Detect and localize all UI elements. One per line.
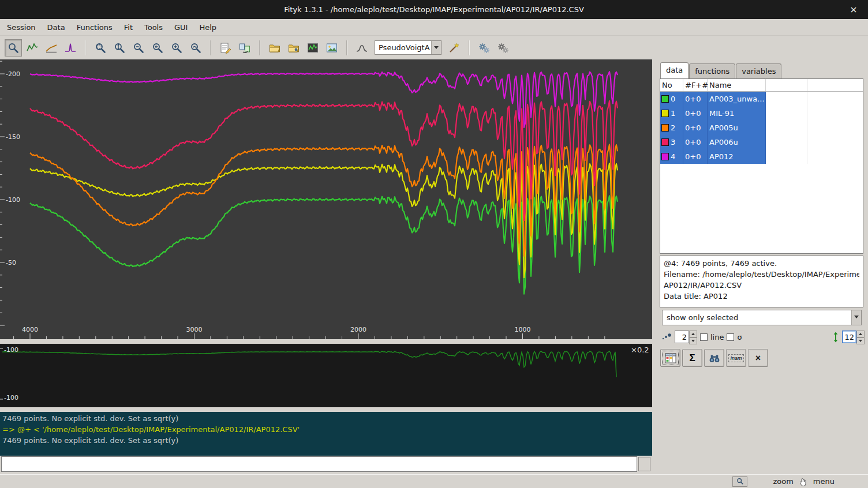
point-size-value[interactable]: 2 (675, 331, 689, 343)
open-data-custom-icon (288, 42, 300, 54)
dataset-color-swatch[interactable] (661, 95, 669, 103)
tab-data[interactable]: data (660, 62, 689, 78)
dataset-row-0[interactable]: 00+0AP003_unwa... (660, 92, 863, 106)
menu-fit[interactable]: Fit (118, 20, 139, 35)
zoom-in-button[interactable] (168, 39, 185, 57)
menu-gui[interactable]: GUI (169, 20, 193, 35)
sum-icon: Σ (689, 352, 695, 364)
point-size-down-button[interactable] (689, 337, 697, 344)
column-header-empty (807, 79, 863, 91)
zoom-all-button[interactable] (92, 39, 109, 57)
fit-wand-button[interactable] (446, 39, 463, 57)
dataset-color-swatch[interactable] (661, 138, 669, 146)
dataset-table-header: No #F+# Name (660, 79, 863, 92)
zoom-all-icon (95, 42, 106, 54)
tab-variables[interactable]: variables (736, 63, 781, 78)
menu-help[interactable]: Help (193, 20, 222, 35)
tab-functions[interactable]: functions (689, 63, 735, 78)
zoom-previous-button[interactable] (149, 39, 166, 57)
filter-dropdown[interactable]: show only selected (662, 310, 862, 325)
svg-text:-50: -50 (6, 259, 16, 266)
menu-session[interactable]: Session (1, 20, 42, 35)
info-data-title: Data title: AP012 (664, 291, 859, 302)
dataset-color-swatch[interactable] (661, 110, 669, 117)
shift-value[interactable]: 12 (842, 331, 856, 343)
gears-run-icon (478, 42, 490, 54)
vertical-shift-icon (832, 332, 839, 343)
output-console[interactable]: 7469 points. No explicit std. dev. Set a… (0, 412, 652, 456)
statusbar-zoom-button[interactable] (732, 476, 747, 487)
data-table-button[interactable] (660, 349, 680, 367)
column-header-f: #F+# (683, 79, 708, 91)
sigma-checkbox[interactable] (727, 333, 734, 341)
console-line: => @+ < '/home/aleplo/test/Desktop/IMAP/… (2, 424, 652, 435)
command-input-side-button[interactable] (638, 457, 650, 471)
chevron-down-icon (851, 310, 861, 325)
svg-text:2000: 2000 (350, 326, 366, 333)
gears-stop-button[interactable] (495, 39, 512, 57)
add-peak-mode-button[interactable] (62, 39, 79, 57)
close-button[interactable]: × (845, 0, 862, 19)
save-plot-button[interactable] (304, 39, 321, 57)
dataset-color-swatch[interactable] (661, 124, 669, 132)
zoom-in-icon (171, 42, 182, 54)
column-header-empty (766, 79, 807, 91)
open-data-custom-button[interactable] (285, 39, 302, 57)
dataset-table: No #F+# Name 00+0AP003_unwa...10+0MIL-91… (660, 78, 863, 254)
magnifier-icon (736, 478, 744, 485)
toolbar: PseudoVoigtA (0, 36, 868, 59)
column-header-no: No (660, 79, 683, 91)
rename-button[interactable]: Inam (726, 349, 746, 367)
dataset-row-3[interactable]: 30+0AP006u (660, 135, 863, 149)
line-checkbox[interactable] (700, 333, 708, 341)
dataset-row-2[interactable]: 20+0AP005u (660, 121, 863, 135)
shift-down-button[interactable] (856, 337, 865, 344)
function-type-select[interactable]: PseudoVoigtA (375, 40, 442, 55)
dataset-name: MIL-91 (708, 106, 766, 121)
column-header-name: Name (708, 79, 766, 91)
data-range-mode-button[interactable] (24, 39, 41, 57)
dataset-name: AP005u (708, 121, 766, 135)
dataset-row-1[interactable]: 10+0MIL-91 (660, 106, 863, 121)
fityk-window: Fityk 1.3.1 - /home/aleplo/test/Desktop/… (0, 0, 868, 488)
gears-run-button[interactable] (476, 39, 493, 57)
edit-script-button[interactable] (217, 39, 234, 57)
menubar: Session Data Functions Fit Tools GUI Hel… (0, 19, 868, 36)
svg-text:-200: -200 (6, 70, 20, 78)
filter-dropdown-value: show only selected (663, 310, 851, 325)
data-transform-button[interactable] (236, 39, 253, 57)
open-data-button[interactable] (266, 39, 283, 57)
zoom-undo-button[interactable] (187, 39, 204, 57)
background-mode-button[interactable] (43, 39, 60, 57)
sum-functions-button[interactable]: Σ (682, 349, 702, 367)
find-button[interactable] (704, 349, 724, 367)
info-filename-2: AP012/IR/AP012.CSV (664, 280, 859, 291)
shift-up-button[interactable] (856, 331, 865, 337)
dataset-row-4[interactable]: 40+0AP012 (660, 149, 863, 164)
main-plot[interactable]: 4000300020001000-200-150-100-50 (0, 59, 652, 339)
delete-dataset-button[interactable]: × (748, 349, 768, 367)
dataset-rows: 00+0AP003_unwa...10+0MIL-9120+0AP005u30+… (660, 92, 863, 164)
fit-wand-icon (448, 42, 460, 54)
statusbar: zoom menu (0, 474, 868, 488)
zoom-mode-button[interactable] (5, 39, 22, 57)
shift-spinner: 12 (842, 331, 865, 343)
window-title: Fityk 1.3.1 - /home/aleplo/test/Desktop/… (284, 5, 584, 14)
dataset-fcount: 0+0 (683, 92, 708, 106)
console-line: 7469 points. No explicit std. dev. Set a… (2, 435, 652, 446)
export-image-button[interactable] (323, 39, 341, 57)
auxiliary-plot[interactable]: -100 -100 ×0.2 (0, 344, 652, 407)
binoculars-icon (708, 353, 721, 363)
function-wizard-button[interactable] (353, 39, 371, 57)
command-input[interactable] (1, 456, 637, 472)
delete-icon: × (755, 353, 761, 363)
zoom-vertical-button[interactable] (111, 39, 128, 57)
menu-functions[interactable]: Functions (71, 20, 118, 35)
point-size-up-button[interactable] (689, 331, 697, 337)
rename-icon: Inam (728, 354, 743, 362)
zoom-undo-icon (190, 42, 201, 54)
menu-tools[interactable]: Tools (139, 20, 169, 35)
menu-data[interactable]: Data (42, 20, 71, 35)
dataset-color-swatch[interactable] (661, 153, 669, 160)
zoom-out-button[interactable] (130, 39, 147, 57)
